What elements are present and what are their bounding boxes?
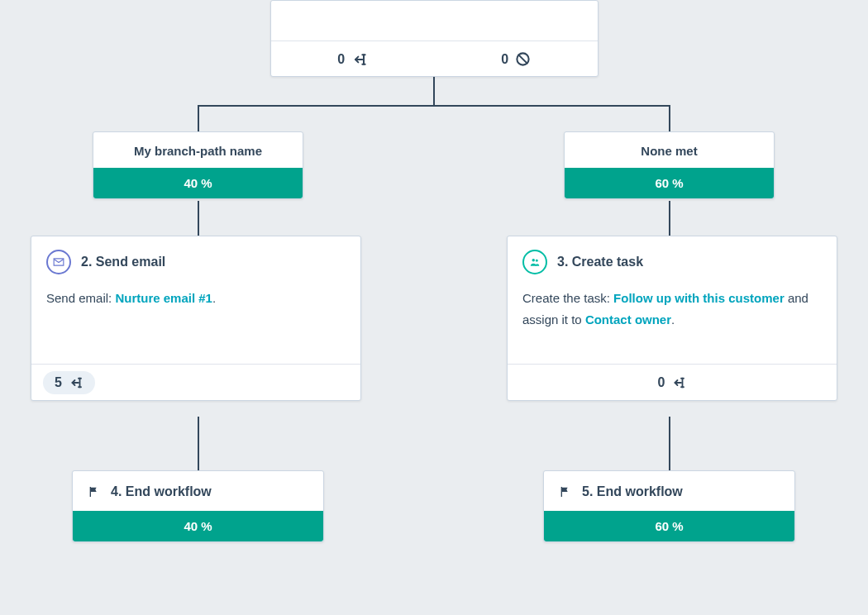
step-count: 5	[55, 375, 62, 390]
step-count: 0	[658, 375, 665, 390]
step-send-email[interactable]: 2. Send email Send email: Nurture email …	[31, 236, 361, 401]
root-card-body	[271, 1, 598, 41]
email-icon	[46, 250, 71, 274]
step-create-task[interactable]: 3. Create task Create the task: Follow u…	[507, 236, 837, 401]
step-footer: 0	[508, 364, 837, 400]
end-percent: 40 %	[73, 511, 323, 541]
branch-path-left[interactable]: My branch-path name 40 %	[93, 131, 303, 199]
connector-line	[669, 417, 670, 470]
enroll-arrow-icon	[69, 375, 83, 390]
step-footer: 5	[31, 364, 360, 400]
count-pill[interactable]: 5	[43, 371, 95, 394]
svg-point-5	[536, 260, 538, 262]
root-branch-card[interactable]: 0 0	[270, 0, 599, 77]
blocked-icon	[515, 51, 531, 67]
connector-line	[669, 105, 670, 131]
step-body: Create the task: Follow up with this cus…	[508, 284, 837, 364]
email-link[interactable]: Nurture email #1	[115, 291, 212, 305]
people-icon	[522, 250, 547, 274]
task-link[interactable]: Follow up with this customer	[613, 291, 785, 305]
branch-title: None met	[565, 132, 774, 168]
flag-icon	[559, 485, 572, 498]
branch-path-right[interactable]: None met 60 %	[564, 131, 775, 199]
step-body-text: Create the task:	[522, 291, 613, 305]
step-header: 2. Send email	[31, 236, 360, 284]
connector-line	[669, 201, 670, 236]
enroll-arrow-icon	[671, 375, 686, 390]
end-header: 4. End workflow	[73, 471, 323, 511]
connector-line	[198, 417, 199, 470]
end-header: 5. End workflow	[544, 471, 794, 511]
end-workflow-right[interactable]: 5. End workflow 60 %	[543, 470, 795, 542]
root-card-footer: 0 0	[271, 41, 598, 77]
step-title: 3. Create task	[557, 255, 643, 269]
connector-line	[433, 77, 435, 106]
step-body-text: Send email:	[46, 291, 115, 305]
end-title: 4. End workflow	[111, 484, 212, 499]
skipped-stat: 0	[435, 51, 599, 67]
step-body-suffix: .	[671, 312, 675, 327]
svg-point-4	[532, 259, 536, 262]
owner-link[interactable]: Contact owner	[585, 312, 671, 327]
step-body: Send email: Nurture email #1.	[31, 284, 360, 364]
connector-line	[198, 201, 199, 236]
branch-percent: 60 %	[565, 168, 774, 198]
enroll-arrow-icon	[351, 51, 368, 68]
skipped-count: 0	[501, 52, 508, 67]
end-workflow-left[interactable]: 4. End workflow 40 %	[72, 470, 324, 542]
step-title: 2. Send email	[81, 255, 165, 269]
connector-line	[198, 105, 670, 107]
end-title: 5. End workflow	[582, 484, 683, 499]
step-header: 3. Create task	[508, 236, 837, 284]
end-percent: 60 %	[544, 511, 794, 541]
branch-percent: 40 %	[93, 168, 303, 198]
enrolled-count: 0	[337, 52, 345, 67]
flag-icon	[88, 485, 101, 498]
enrolled-stat: 0	[271, 51, 435, 68]
svg-line-2	[519, 55, 527, 63]
step-body-suffix: .	[212, 291, 216, 305]
branch-title: My branch-path name	[93, 132, 303, 168]
connector-line	[198, 105, 199, 131]
